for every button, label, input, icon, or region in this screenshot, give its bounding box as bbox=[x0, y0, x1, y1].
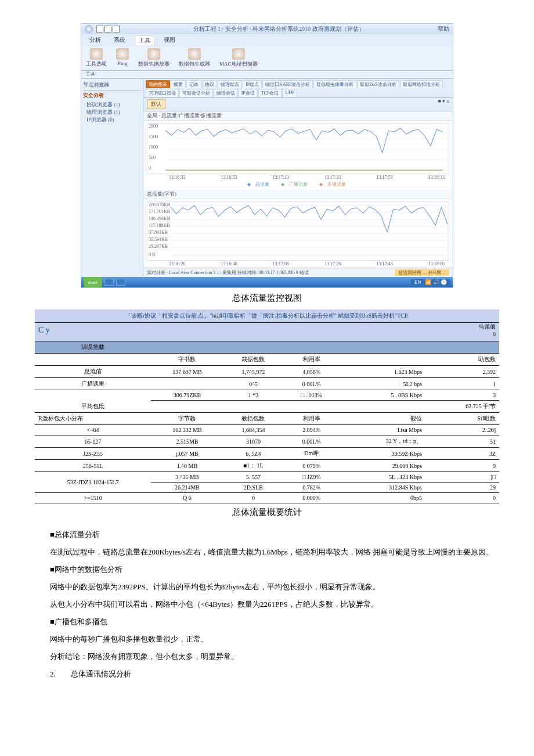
tool-icon bbox=[232, 48, 245, 60]
node-browser-sidebar: 节点浏览器 安全分析 协议浏览器 (1) 物理浏览器 (1) IP浏览器 (0) bbox=[81, 79, 143, 277]
tab: IP端点 bbox=[243, 80, 262, 88]
start-button: start bbox=[84, 277, 102, 287]
section-heading: ■广播包和多播包 bbox=[35, 615, 499, 628]
help-link: 帮助 bbox=[438, 25, 449, 33]
tab: 可疑会话分析 bbox=[179, 89, 213, 97]
tab: TCP会话 bbox=[258, 89, 282, 97]
ribbon-toolbar: 工具选项 Ping 数据包播放器 数据包生成器 MAC地址扫描器 bbox=[81, 46, 453, 71]
paragraph: 网络中的每秒广播包和多播包数量很少，正常。 bbox=[35, 633, 499, 646]
default-button-row: 默认 ■ ▾ x bbox=[143, 98, 453, 111]
section-number: 2. 总体通讯情况分析 bbox=[35, 668, 499, 681]
summary-table: 「诊断r协议「精安盘点fir前.点」"hi加卬取暗析「捷「病注.抬毒分析以比蒜击… bbox=[35, 309, 499, 503]
table-caption: 总体流量概要统计 bbox=[35, 507, 499, 518]
tab: TCP端口扫描 bbox=[146, 89, 179, 97]
chart2-xaxis: 13:16:26 13:16:46 13:17:06 13:17:26 13:1… bbox=[164, 261, 449, 267]
menu-item: 视图 bbox=[160, 35, 179, 45]
err-label: 诘误筅黻 bbox=[35, 341, 151, 354]
windows-taskbar: start EN 📶 🔊 🕒 bbox=[81, 277, 453, 287]
sidebar-title: 节点浏览器 bbox=[83, 81, 141, 91]
sidebar-item: 协议浏览器 (1) bbox=[86, 101, 141, 109]
tab: 物理日KARP攻击分析 bbox=[262, 80, 313, 88]
analysis-text: ■总体流量分析 在测试过程中，链路总流量在200Kbytes/s左右，峰值流量大… bbox=[35, 528, 499, 681]
window-title: 分析工程 1 · 安全分析 · 科来网络分析系统2010 政府惠规划（评估） bbox=[123, 25, 434, 33]
tab: 疑似蠕虫病毒分析 bbox=[313, 80, 356, 88]
ribbon-group-label: 工具 bbox=[81, 71, 453, 79]
paragraph: 网络中的数据包率为2392PPS。计算出的平均包长为82bytes左右，平均包长… bbox=[35, 581, 499, 593]
titlebar-button-icon bbox=[96, 26, 103, 33]
tab: 物理会话 bbox=[214, 89, 238, 97]
tab: 协议 bbox=[202, 80, 217, 88]
table-top-band: 「诊断r协议「精安盘点fir前.点」"hi加卬取暗析「捷「病注.抬毒分析以比蒜击… bbox=[35, 309, 499, 323]
window-titlebar: 分析工程 1 · 安全分析 · 科来网络分析系统2010 政府惠规划（评估） 帮… bbox=[81, 24, 453, 34]
tool-label: Ping bbox=[118, 60, 128, 66]
tab: 物理端点 bbox=[218, 80, 242, 88]
tool-label: 工具选项 bbox=[86, 60, 107, 68]
sidebar-group: 安全分析 bbox=[83, 92, 141, 99]
app-screenshot: 分析工程 1 · 安全分析 · 科来网络分析系统2010 政府惠规划（评估） 帮… bbox=[81, 23, 453, 288]
chart-xaxis: 13:16:33 13:16:53 13:17:13 13:17:33 13:1… bbox=[164, 175, 449, 180]
menu-item: 分析 bbox=[86, 35, 104, 45]
tool-icon bbox=[90, 48, 103, 60]
chart-legend: ◆ 总流量 ◆ 广播流量 ◆ 多播流量 bbox=[143, 181, 453, 188]
app-logo-icon bbox=[85, 25, 93, 33]
paragraph: 分析结论：网络没有拥塞现象，但小包太多，明显异常。 bbox=[35, 650, 499, 663]
bytes-line-chart: 200.078KB 171.701KB 146.494KB 117.188KB … bbox=[147, 201, 449, 261]
section-heading: ■网络中的数据包分析 bbox=[35, 563, 499, 576]
menu-bar: 分析 系统 工具 视图 bbox=[81, 34, 453, 46]
titlebar-button-icon bbox=[113, 26, 120, 33]
tab: IP会话 bbox=[239, 89, 258, 97]
chart2-header: 总流量(字节) bbox=[143, 190, 453, 199]
app-footer: 实时分析 · Local Area Connection 3 — 采集用 持续时… bbox=[143, 268, 453, 277]
tool-label: MAC地址扫描器 bbox=[219, 60, 258, 68]
tab: UDP bbox=[282, 89, 297, 97]
default-button: 默认 bbox=[147, 99, 165, 109]
paragraph: 在测试过程中，链路总流量在200Kbytes/s左右，峰值流量大概为1.6Mbp… bbox=[35, 546, 499, 559]
tool-icon bbox=[147, 48, 160, 60]
tool-icon bbox=[188, 48, 201, 60]
titlebar-button-icon bbox=[104, 26, 111, 33]
tab-active: 我的图表 bbox=[146, 80, 170, 88]
menu-item: 系统 bbox=[110, 35, 129, 45]
figure-caption: 总体流量监控视图 bbox=[35, 293, 499, 304]
sidebar-item: IP浏览器 (0) bbox=[86, 116, 141, 124]
system-tray: EN 📶 🔊 🕒 bbox=[411, 279, 450, 285]
paragraph: 从包大小分布中我们可以看出，网络中小包（<64Bytes）数量为2261PPS，… bbox=[35, 598, 499, 611]
tab: 概要 bbox=[171, 80, 186, 88]
traffic-line-chart: 2000 1500 1000 500 0 bbox=[147, 123, 449, 174]
tab: 记录 bbox=[186, 80, 201, 88]
sidebar-item: 物理浏览器 (1) bbox=[86, 109, 141, 116]
menu-item-active: 工具 bbox=[135, 35, 154, 45]
tool-label: 数据包播放器 bbox=[138, 60, 169, 68]
section-heading: ■总体流量分析 bbox=[35, 528, 499, 541]
cy-indicator: C y bbox=[38, 326, 50, 334]
analysis-tabs: 我的图表 概要 记录 协议 物理端点 IP端点 物理日KARP攻击分析 疑似蠕虫… bbox=[143, 79, 453, 98]
chart-header: 全局 - 总流量/广播流量/多播流量 bbox=[143, 111, 453, 121]
tab: 疑似DoS攻击分析 bbox=[357, 80, 399, 88]
tab: 疑似网络扫描分析 bbox=[400, 80, 443, 88]
tool-icon bbox=[116, 48, 129, 60]
tool-label: 数据包生成器 bbox=[179, 60, 210, 68]
